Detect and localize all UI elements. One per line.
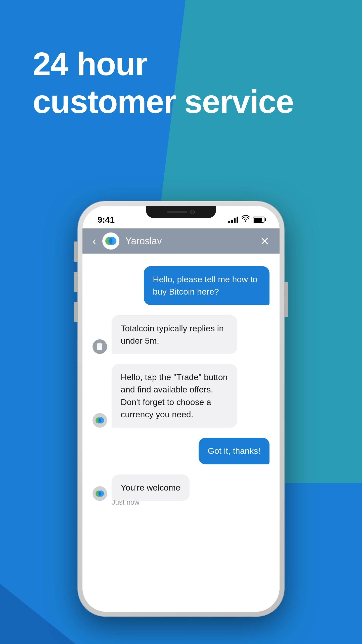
message-bubble-received: Hello, tap the "Trade" button and find a… (112, 364, 237, 428)
message-row: Hello, please tell me how to buy Bitcoin… (93, 266, 269, 305)
bg-bottom-accent (0, 543, 75, 644)
system-avatar (93, 339, 107, 354)
contact-name: Yaroslav (125, 236, 254, 247)
back-button[interactable]: ‹ (93, 235, 96, 247)
phone-mockup: 9:41 (78, 201, 284, 616)
status-icons (228, 215, 264, 224)
camera (190, 210, 195, 214)
svg-rect-5 (98, 346, 101, 346)
phone-screen: 9:41 (82, 206, 280, 612)
svg-rect-6 (98, 347, 100, 347)
notch (146, 206, 216, 218)
totalcoin-logo-small-icon (95, 415, 105, 425)
document-icon (96, 342, 104, 351)
signal-icon (228, 216, 238, 223)
svg-rect-4 (98, 345, 101, 345)
hero-line1: 24 hour (33, 45, 294, 83)
chat-header[interactable]: ‹ Yaroslav ✕ (82, 228, 280, 254)
status-bar: 9:41 (82, 206, 280, 228)
phone-frame: 9:41 (78, 201, 284, 616)
wifi-icon (241, 215, 250, 224)
message-row: Got it, thanks! (93, 438, 269, 464)
message-bubble-received2: You're welcome (112, 474, 190, 501)
bot-avatar (93, 413, 107, 428)
chat-messages: Hello, please tell me how to buy Bitcoin… (82, 254, 280, 612)
totalcoin-logo-icon (104, 234, 117, 248)
message-row: Totalcoin typically replies in under 5m. (93, 315, 269, 354)
battery-icon (253, 217, 264, 223)
message-bubble-sent2: Got it, thanks! (199, 438, 269, 464)
status-time: 9:41 (98, 215, 115, 225)
message-row: You're welcome (93, 474, 269, 501)
svg-point-0 (245, 220, 246, 222)
close-button[interactable]: ✕ (260, 235, 269, 248)
message-group: You're welcome Just now (93, 474, 269, 506)
totalcoin-logo-small2-icon (95, 489, 105, 499)
bot-avatar2 (93, 486, 107, 501)
message-row: Hello, tap the "Trade" button and find a… (93, 364, 269, 428)
hero-line2: customer service (33, 83, 294, 121)
hero-text: 24 hour customer service (33, 45, 294, 120)
message-bubble-system: Totalcoin typically replies in under 5m. (112, 315, 237, 354)
contact-avatar (102, 232, 119, 250)
speaker (167, 211, 187, 213)
message-bubble-sent: Hello, please tell me how to buy Bitcoin… (144, 266, 269, 305)
